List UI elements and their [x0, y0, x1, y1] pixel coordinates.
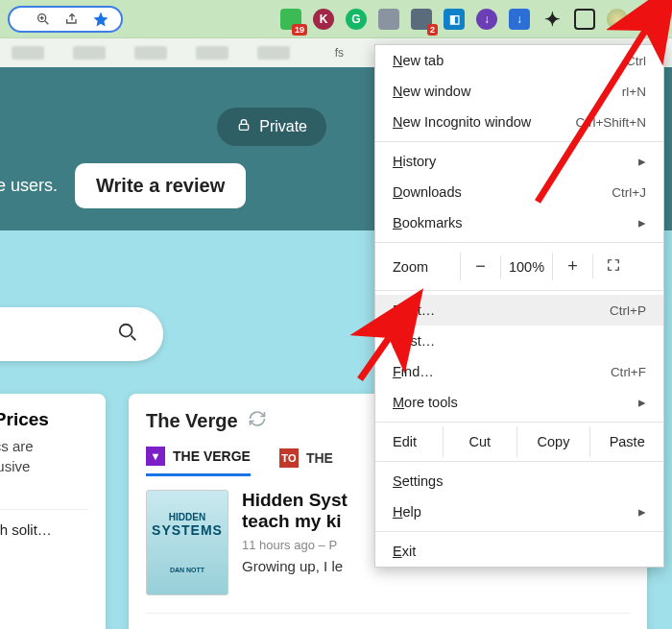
extension-icon[interactable]: K: [313, 9, 334, 30]
left-card-line: With solit…: [0, 509, 88, 538]
svg-point-9: [120, 325, 132, 337]
badge: 2: [427, 24, 438, 36]
share-icon[interactable]: [61, 9, 83, 30]
lock-icon: [236, 117, 252, 136]
sidebar-card: c Prices vacs are xclusive With solit…: [0, 394, 106, 629]
submenu-arrow-icon: ▸: [638, 154, 646, 169]
extension-icon[interactable]: [378, 9, 399, 30]
zoom-value: 100%: [500, 255, 552, 278]
menu-exit[interactable]: Exit: [375, 536, 663, 567]
badge: 19: [292, 24, 307, 36]
submenu-arrow-icon: ▸: [638, 504, 646, 520]
article-title: Hidden Syst: [242, 490, 348, 511]
edit-label: Edit: [375, 426, 443, 457]
chrome-menu-button[interactable]: [639, 7, 664, 32]
write-review-button[interactable]: Write a review: [75, 163, 246, 208]
svg-rect-8: [240, 124, 249, 130]
left-card-title: c Prices: [0, 409, 88, 430]
menu-cast[interactable]: Cast…: [375, 326, 663, 356]
menu-print[interactable]: Print… Ctrl+P: [375, 295, 663, 326]
extension-icon[interactable]: 2: [411, 9, 432, 30]
more-users-text: ore users.: [0, 176, 58, 196]
menu-zoom-row: Zoom − 100% +: [375, 247, 663, 286]
private-label: Private: [259, 118, 307, 135]
tab-other[interactable]: TO THE: [279, 447, 333, 476]
extensions-puzzle-icon[interactable]: ✦: [541, 9, 563, 30]
bookmark-item[interactable]: [257, 46, 290, 60]
article-meta: 11 hours ago – P: [242, 538, 348, 552]
verge-logo-icon: ▼: [146, 447, 165, 466]
menu-new-window[interactable]: New window rl+N: [375, 76, 663, 107]
cut-button[interactable]: Cut: [443, 426, 516, 457]
tab-label: THE VERGE: [173, 448, 251, 464]
menu-new-tab[interactable]: New tab Ctrl: [375, 45, 663, 76]
bookmark-item[interactable]: [134, 46, 167, 60]
submenu-arrow-icon: ▸: [638, 395, 646, 410]
toi-logo-icon: TO: [279, 448, 299, 468]
menu-new-incognito[interactable]: New Incognito window Ctrl+Shift+N: [375, 107, 663, 137]
fullscreen-icon[interactable]: [592, 254, 633, 278]
svg-line-1: [45, 21, 48, 24]
svg-point-5: [650, 11, 655, 15]
article-excerpt: Growing up, I le: [242, 558, 348, 574]
zoom-in-button[interactable]: +: [552, 253, 592, 280]
menu-edit-row: Edit Cut Copy Paste: [375, 426, 663, 457]
chrome-menu: New tab Ctrl New window rl+N New Incogni…: [374, 44, 664, 568]
feed-source-title: The Verge: [146, 410, 238, 432]
extensions-row: 19 K G 2 ◧ ↓ ↓ ✦: [280, 7, 664, 32]
menu-find[interactable]: Find… Ctrl+F: [375, 356, 663, 387]
bookmark-item[interactable]: [196, 46, 228, 60]
extension-icon[interactable]: G: [346, 9, 367, 30]
paste-button[interactable]: Paste: [589, 426, 663, 457]
menu-bookmarks[interactable]: Bookmarks ▸: [375, 207, 663, 238]
zoom-out-button[interactable]: −: [460, 253, 500, 280]
search-icon: [117, 322, 138, 347]
menu-settings[interactable]: Settings: [375, 466, 663, 496]
browser-toolbar: 19 K G 2 ◧ ↓ ↓ ✦: [0, 0, 672, 38]
search-pill[interactable]: [0, 307, 163, 361]
profile-avatar-icon[interactable]: [607, 9, 628, 30]
private-button[interactable]: Private: [217, 108, 326, 146]
menu-downloads[interactable]: Downloads Ctrl+J: [375, 177, 663, 207]
menu-more-tools[interactable]: More tools ▸: [375, 387, 663, 418]
left-card-line: vacs are: [0, 436, 88, 456]
svg-line-10: [132, 336, 136, 341]
next-article-row[interactable]: › Microsoft's new share button makes it …: [146, 613, 630, 629]
article-subtitle: teach my ki: [242, 511, 348, 532]
article-thumbnail: HIDDEN SYSTEMS DAN NOTT: [146, 490, 228, 595]
bookmark-item[interactable]: [73, 46, 106, 60]
left-card-line: xclusive: [0, 456, 88, 476]
extension-icon[interactable]: ↓: [476, 9, 497, 30]
sidepanel-icon[interactable]: [574, 9, 595, 30]
extension-icon[interactable]: ↓: [509, 9, 530, 30]
bookmark-label[interactable]: fs: [335, 46, 344, 60]
submenu-arrow-icon: ▸: [638, 215, 646, 230]
bookmark-item[interactable]: [12, 46, 44, 60]
svg-point-7: [650, 23, 655, 28]
zoom-icon[interactable]: [33, 9, 54, 30]
zoom-label: Zoom: [393, 259, 460, 275]
extension-icon[interactable]: 19: [280, 9, 301, 30]
extension-icon[interactable]: ◧: [444, 9, 465, 30]
svg-point-6: [650, 16, 655, 21]
tab-verge[interactable]: ▼ THE VERGE: [146, 447, 251, 476]
address-bar[interactable]: [8, 6, 123, 33]
tab-label: THE: [306, 450, 333, 466]
bookmark-star-icon[interactable]: [90, 9, 111, 30]
menu-history[interactable]: History ▸: [375, 146, 663, 177]
menu-help[interactable]: Help ▸: [375, 496, 663, 527]
copy-button[interactable]: Copy: [516, 426, 590, 457]
refresh-icon[interactable]: [248, 409, 267, 433]
